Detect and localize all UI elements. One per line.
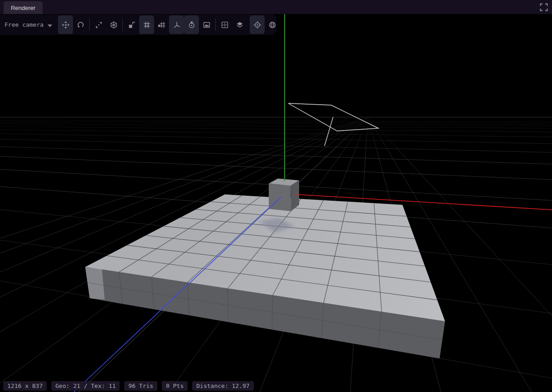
image-icon [203,21,211,29]
target-toggle[interactable] [250,15,265,34]
move-icon [62,21,70,29]
grid-icon [143,21,151,29]
viewport-image-toggle[interactable] [199,15,214,34]
bounds-tool[interactable] [106,15,121,34]
crosshair-target-icon [253,21,261,29]
toolbar-separator [89,19,90,31]
tab-renderer[interactable]: Renderer [4,1,43,14]
layers-toggle[interactable] [232,15,247,34]
axes-icon [173,21,181,29]
viewport-canvas[interactable] [0,0,552,392]
status-badge-resolution: 1216 x 837 [3,381,47,391]
grid-toggle[interactable] [139,15,154,34]
rotate-tool[interactable] [73,15,88,34]
layers-icon [236,21,244,29]
frame-center-icon [221,21,229,29]
status-badge-tris: 96 Tris [124,381,157,391]
fullscreen-icon[interactable] [540,3,548,11]
status-badge-geo-tex: Geo: 21 / Tex: 11 [51,381,120,391]
scale-tool[interactable] [91,15,106,34]
grid-snap-toggle[interactable] [154,15,169,34]
globe-icon [268,21,276,29]
cube-front-face [269,184,291,211]
vertex-snap-icon [128,21,136,29]
gizmo-toggle[interactable] [184,15,199,34]
toolbar-separator [122,19,123,31]
toolbar-separator [215,19,216,31]
camera-mode-select[interactable]: Free camera [0,21,58,29]
camera-mode-label: Free camera [5,21,44,28]
renderer-window: { "titlebar": { "tab_label": "Renderer" … [0,0,552,392]
frame-selection-button[interactable] [217,15,232,34]
titlebar: Renderer [0,0,552,14]
vertex-snap-toggle[interactable] [124,15,139,34]
axes-toggle[interactable] [169,15,184,34]
grid-snap-icon [158,21,166,29]
status-badge-distance: Distance: 12.97 [192,381,253,391]
chevron-down-icon [48,22,52,29]
viewport-toolbar: Free camera [0,15,276,35]
scale-icon [95,21,103,29]
cube-wireframe-icon [110,21,118,29]
globe-toggle[interactable] [265,15,280,34]
status-badge-pts: 0 Pts [162,381,188,391]
gizmo-circle-icon [188,21,196,29]
rotate-icon [77,21,85,29]
statusbar: 1216 x 837 Geo: 21 / Tex: 11 96 Tris 0 P… [3,381,254,391]
move-tool[interactable] [58,15,73,34]
cube [269,179,299,211]
tab-renderer-label: Renderer [11,5,35,11]
